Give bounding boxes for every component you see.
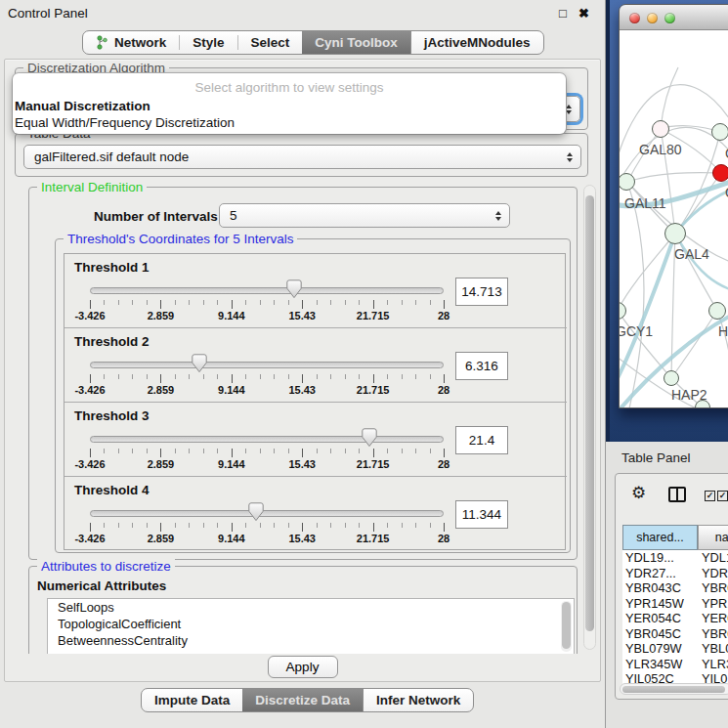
window-title: Control Panel — [8, 6, 88, 21]
tick-mark — [373, 300, 374, 309]
horizontal-scrollbar[interactable] — [620, 683, 728, 695]
slider-thumb[interactable] — [362, 428, 377, 448]
threshold-value-field[interactable]: 14.713 — [455, 278, 508, 306]
table-row[interactable]: YBR043CYBR0... — [622, 580, 728, 596]
tick-mark — [302, 523, 303, 532]
table-data-value: galFiltered.sif default node — [34, 150, 189, 164]
slider-track[interactable] — [90, 510, 444, 517]
tick-label: 28 — [438, 533, 450, 544]
float-window-icon[interactable]: □ — [559, 6, 567, 21]
tick-mark — [160, 374, 161, 383]
tab-jactivemnodules-label: jActiveMNodules — [424, 35, 531, 50]
table-rows[interactable]: YDL19...YDL1... YDR27...YDR2... YBR043CY… — [622, 550, 728, 685]
numerical-attributes-list[interactable]: SelfLoops TopologicalCoefficient Between… — [47, 598, 575, 654]
threshold-slider[interactable]: -3.426 2.859 9.144 15.43 21.715 28 — [90, 254, 444, 328]
algorithm-option-equal-width[interactable]: Equal Width/Frequency Discretization — [15, 115, 235, 130]
tab-select[interactable]: Select — [238, 31, 303, 54]
split-columns-icon[interactable] — [668, 487, 686, 502]
tick-mark — [232, 300, 233, 309]
cell: YBR0... — [702, 580, 728, 595]
checkbox-icon[interactable]: ✓ — [717, 491, 728, 501]
table-data-group: Table Data galFiltered.sif default node — [15, 133, 588, 177]
table-row[interactable]: YBL079WYBL0... — [622, 641, 728, 657]
threshold-panel-2: Threshold 2 -3.426 2.859 9.144 — [64, 328, 567, 403]
network-node-partial[interactable] — [711, 123, 728, 141]
table-row[interactable]: YDR27...YDR2... — [622, 566, 728, 581]
cell: YBL079W — [625, 641, 682, 656]
minimize-traffic-light-icon[interactable] — [647, 13, 658, 23]
threshold-value-field[interactable]: 21.4 — [455, 426, 508, 454]
list-item[interactable]: SelfLoops — [48, 599, 574, 616]
number-of-intervals-combobox[interactable]: 5 — [219, 203, 510, 228]
slider-track[interactable] — [90, 362, 444, 368]
node-label: GAL80 — [639, 142, 682, 157]
apply-button[interactable]: Apply — [268, 656, 338, 678]
tab-infer-network-label: Infer Network — [376, 693, 460, 707]
slider-thumb[interactable] — [248, 502, 264, 522]
threshold-value-field[interactable]: 6.316 — [455, 352, 508, 380]
tick-label: 9.144 — [218, 458, 245, 470]
tab-network[interactable]: Network — [83, 31, 179, 54]
tick-mark — [444, 300, 445, 309]
threshold-slider[interactable]: -3.426 2.859 9.144 15.43 21.715 28 — [90, 403, 444, 477]
column-header-shared-name[interactable]: shared... — [622, 525, 698, 550]
settings-scrollbar[interactable] — [583, 185, 596, 650]
table-row[interactable]: YER054CYER0... — [622, 611, 728, 626]
threshold-value-field[interactable]: 11.344 — [455, 500, 508, 529]
tab-style[interactable]: Style — [180, 31, 236, 54]
checkbox-icon[interactable]: ✓ — [705, 491, 715, 501]
control-panel-window: Control Panel □ ✖ Network Style Select C… — [0, 0, 606, 728]
threshold-slider[interactable]: -3.426 2.859 9.144 15.43 21.715 28 — [90, 477, 444, 551]
cell: YBR0... — [702, 626, 728, 641]
tab-infer-network[interactable]: Infer Network — [363, 689, 473, 711]
tick-label: 2.859 — [148, 310, 175, 321]
tick-mark — [302, 449, 303, 457]
cell: YLR345W — [625, 657, 682, 671]
list-scrollbar[interactable] — [561, 601, 572, 652]
slider-track[interactable] — [90, 436, 444, 443]
table-row[interactable]: YDL19...YDL1... — [622, 550, 728, 566]
tab-select-label: Select — [251, 35, 290, 50]
close-window-icon[interactable]: ✖ — [578, 6, 589, 21]
slider-thumb[interactable] — [192, 354, 207, 373]
network-node-partial[interactable] — [708, 302, 726, 320]
network-window-titlebar[interactable] — [620, 5, 728, 30]
column-header-name[interactable]: na... — [698, 525, 728, 550]
algorithm-option-manual[interactable]: Manual Discretization — [15, 99, 150, 113]
tick-mark — [90, 374, 91, 383]
slider-track[interactable] — [90, 287, 444, 294]
slider-ticks — [90, 523, 444, 528]
tick-label: 28 — [438, 458, 450, 470]
slider-thumb[interactable] — [286, 279, 302, 299]
close-traffic-light-icon[interactable] — [629, 13, 640, 23]
table-row[interactable]: YLR345WYLR3... — [622, 657, 728, 672]
network-node-gal4[interactable] — [664, 223, 686, 244]
tab-jactivemnodules[interactable]: jActiveMNodules — [410, 31, 543, 54]
table-row[interactable]: YBR045CYBR0... — [622, 626, 728, 642]
list-item[interactable]: BetweennessCentrality — [48, 632, 574, 649]
tick-label: 2.859 — [148, 533, 175, 544]
combo-arrows-icon — [567, 152, 573, 162]
tab-network-label: Network — [114, 35, 166, 50]
top-tab-bar: Network Style Select Cyni Toolbox jActiv… — [82, 30, 544, 55]
tick-mark — [160, 449, 161, 457]
desktop-background: GAL80 G C GAL11 GAL4 GCY1 H HAP2 — [606, 0, 728, 442]
table-data-combobox[interactable]: galFiltered.sif default node — [23, 145, 581, 169]
table-row[interactable]: YPR145WYPR1... — [622, 596, 728, 612]
tick-mark — [90, 449, 91, 457]
tab-impute-data[interactable]: Impute Data — [142, 689, 242, 711]
zoom-traffic-light-icon[interactable] — [664, 13, 675, 23]
tab-cyni-toolbox[interactable]: Cyni Toolbox — [302, 31, 410, 54]
tick-mark — [444, 523, 445, 532]
gear-icon[interactable]: ⚙ — [631, 483, 646, 503]
threshold-slider[interactable]: -3.426 2.859 9.144 15.43 21.715 28 — [90, 328, 444, 403]
network-node-selected-red[interactable] — [712, 164, 728, 182]
tab-discretize-data[interactable]: Discretize Data — [242, 689, 363, 711]
network-canvas[interactable]: GAL80 G C GAL11 GAL4 GCY1 H HAP2 — [620, 30, 728, 408]
network-node-gal80[interactable] — [652, 120, 669, 138]
node-label: GAL11 — [624, 195, 666, 211]
tick-label: 21.715 — [357, 310, 390, 321]
network-view-window[interactable]: GAL80 G C GAL11 GAL4 GCY1 H HAP2 — [619, 4, 728, 408]
list-item[interactable]: TopologicalCoefficient — [48, 616, 574, 632]
network-node-hap2[interactable] — [664, 370, 679, 386]
